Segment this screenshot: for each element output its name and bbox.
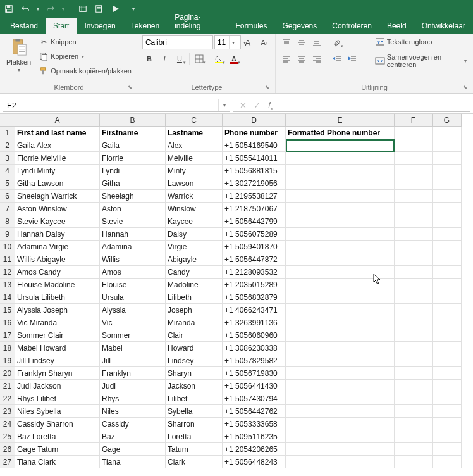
chevron-down-icon[interactable]: ▾ — [218, 99, 230, 111]
decrease-indent-button[interactable] — [330, 52, 344, 66]
redo-icon[interactable] — [46, 4, 56, 14]
data-cell[interactable]: Jill Lindsey — [15, 354, 100, 367]
row-header[interactable]: 6 — [0, 190, 15, 203]
data-cell[interactable] — [433, 266, 462, 279]
data-cell[interactable] — [286, 203, 395, 215]
tab-pagina-indeling[interactable]: Pagina-indeling — [167, 9, 228, 34]
dialog-launcher[interactable]: ⬊ — [264, 84, 271, 92]
data-cell[interactable] — [433, 152, 462, 165]
data-cell[interactable]: Hannah Daisy — [15, 228, 100, 241]
data-cell[interactable] — [395, 354, 433, 367]
data-cell[interactable] — [286, 291, 395, 304]
paste-button[interactable]: Plakken ▾ — [4, 35, 34, 74]
orientation-button[interactable]: ab▾ — [330, 35, 344, 49]
data-cell[interactable]: Candy — [166, 266, 223, 279]
row-header[interactable]: 21 — [0, 380, 15, 392]
data-cell[interactable]: Ursula — [100, 291, 166, 304]
data-cell[interactable] — [286, 380, 395, 392]
tab-formules[interactable]: Formules — [228, 18, 275, 34]
data-cell[interactable] — [395, 430, 433, 443]
data-cell[interactable]: Daisy — [166, 228, 223, 241]
data-cell[interactable]: Sharron — [166, 418, 223, 430]
align-bottom-button[interactable] — [310, 35, 324, 49]
data-cell[interactable] — [286, 228, 395, 241]
row-header[interactable]: 19 — [0, 354, 15, 367]
row-header[interactable]: 3 — [0, 152, 15, 165]
col-header[interactable]: C — [166, 114, 223, 127]
header-cell[interactable]: Formatted Phone number — [286, 127, 395, 139]
data-cell[interactable]: +1 2128093532 — [223, 266, 286, 279]
data-cell[interactable] — [286, 215, 395, 228]
data-cell[interactable] — [286, 190, 395, 203]
data-cell[interactable]: Lilibet — [166, 392, 223, 405]
data-cell[interactable]: Melville — [166, 152, 223, 165]
data-cell[interactable]: Willis Abigayle — [15, 253, 100, 266]
data-cell[interactable] — [286, 354, 395, 367]
data-cell[interactable]: Gage Tatum — [15, 443, 100, 456]
data-cell[interactable] — [395, 139, 433, 152]
row-header[interactable]: 23 — [0, 405, 15, 418]
data-cell[interactable]: Sommer — [100, 329, 166, 342]
row-header[interactable]: 13 — [0, 279, 15, 291]
data-cell[interactable]: Niles — [100, 405, 166, 418]
data-cell[interactable]: Elouise Madoline — [15, 279, 100, 291]
data-cell[interactable]: Gaila Alex — [15, 139, 100, 152]
data-cell[interactable]: Virgie — [166, 241, 223, 253]
data-cell[interactable]: Winslow — [166, 203, 223, 215]
data-cell[interactable] — [286, 266, 395, 279]
header-cell[interactable]: Phone number — [223, 127, 286, 139]
data-cell[interactable]: Amos Candy — [15, 266, 100, 279]
increase-indent-button[interactable] — [345, 52, 359, 66]
tab-tekenen[interactable]: Tekenen — [123, 18, 167, 34]
data-cell[interactable] — [286, 443, 395, 456]
chevron-down-icon[interactable]: ▾ — [229, 36, 238, 49]
row-header[interactable]: 17 — [0, 329, 15, 342]
data-cell[interactable]: Willis — [100, 253, 166, 266]
row-header[interactable]: 25 — [0, 430, 15, 443]
borders-button[interactable]: ▾ — [192, 52, 206, 66]
col-header[interactable]: A — [15, 114, 100, 127]
data-cell[interactable]: Abigayle — [166, 253, 223, 266]
row-header[interactable]: 12 — [0, 266, 15, 279]
data-cell[interactable]: Sybella — [166, 405, 223, 418]
undo-icon[interactable] — [20, 4, 30, 14]
data-cell[interactable]: Loretta — [166, 430, 223, 443]
data-cell[interactable]: Tiana — [100, 456, 166, 468]
data-cell[interactable]: Tiana Clark — [15, 456, 100, 468]
row-header[interactable]: 26 — [0, 443, 15, 456]
data-cell[interactable]: Stevie Kaycee — [15, 215, 100, 228]
data-cell[interactable] — [433, 443, 462, 456]
data-cell[interactable] — [433, 367, 462, 380]
name-box-input[interactable] — [3, 101, 218, 110]
data-cell[interactable]: Florrie Melville — [15, 152, 100, 165]
data-cell[interactable] — [395, 392, 433, 405]
qa-customize[interactable]: ▾ — [132, 6, 135, 12]
data-cell[interactable]: Stevie — [100, 215, 166, 228]
data-cell[interactable] — [433, 329, 462, 342]
data-cell[interactable] — [286, 430, 395, 443]
data-cell[interactable] — [433, 291, 462, 304]
data-cell[interactable]: +1 2195538127 — [223, 190, 286, 203]
row-header[interactable]: 15 — [0, 304, 15, 316]
data-cell[interactable] — [433, 430, 462, 443]
header-cell[interactable]: First and last name — [15, 127, 100, 139]
data-cell[interactable]: Gage — [100, 443, 166, 456]
data-cell[interactable]: +1 5056881815 — [223, 165, 286, 177]
data-cell[interactable]: +1 5056442799 — [223, 215, 286, 228]
data-cell[interactable] — [286, 405, 395, 418]
redo-dropdown[interactable]: ▾ — [62, 6, 64, 12]
data-cell[interactable] — [395, 304, 433, 316]
data-cell[interactable]: +1 2035015289 — [223, 279, 286, 291]
data-cell[interactable] — [395, 228, 433, 241]
data-cell[interactable]: Niles Sybella — [15, 405, 100, 418]
data-cell[interactable] — [395, 203, 433, 215]
name-box[interactable]: ▾ — [3, 99, 230, 112]
data-cell[interactable]: Vic Miranda — [15, 316, 100, 329]
data-cell[interactable] — [395, 316, 433, 329]
data-cell[interactable]: Sheelagh — [100, 190, 166, 203]
data-cell[interactable]: Sharyn — [166, 367, 223, 380]
dialog-launcher[interactable]: ⬊ — [126, 84, 134, 92]
tab-ontwikkelaar[interactable]: Ontwikkelaar — [414, 18, 473, 34]
tab-beeld[interactable]: Beeld — [379, 18, 414, 34]
col-header[interactable]: D — [223, 114, 286, 127]
